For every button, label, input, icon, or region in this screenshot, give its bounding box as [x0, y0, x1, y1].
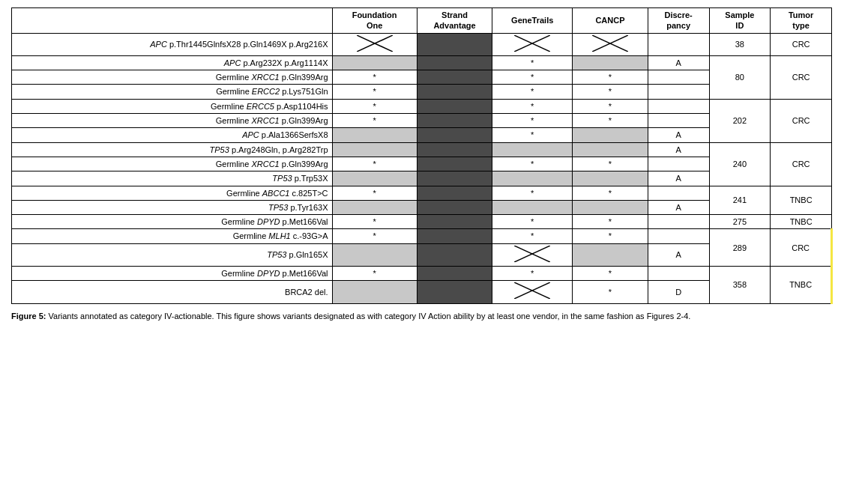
- sample-id-cell: 240: [709, 142, 771, 186]
- col-header-sample: SampleID: [709, 8, 771, 34]
- cancp-cell: *: [573, 70, 648, 85]
- discrepancy-cell: [648, 229, 709, 243]
- sa-cell: [417, 281, 492, 303]
- gt-cell: [492, 243, 573, 266]
- sa-cell: [417, 243, 492, 266]
- row-label: APC p.Ala1366SerfsX8: [12, 128, 333, 142]
- table-row: Germline ERCC5 p.Asp1104His***202CRC: [12, 99, 832, 113]
- gt-cell: *: [492, 128, 573, 142]
- gt-cell: *: [492, 114, 573, 128]
- table-row: TP53 p.Trp53XA: [12, 171, 832, 186]
- cancp-cell: *: [573, 99, 648, 113]
- col-header-disc: Discre-pancy: [648, 8, 709, 34]
- discrepancy-cell: A: [648, 200, 709, 214]
- sa-cell: [417, 200, 492, 214]
- fo-cell: *: [332, 215, 417, 229]
- table-row: Germline XRCC1 p.Gln399Arg***: [12, 70, 832, 85]
- row-label: Germline ERCC5 p.Asp1104His: [12, 99, 333, 113]
- col-header-sa: StrandAdvantage: [417, 8, 492, 34]
- fo-cell: [332, 243, 417, 266]
- tumor-type-cell: CRC: [771, 99, 832, 142]
- gt-cell: [492, 200, 573, 214]
- gt-cell: *: [492, 99, 573, 113]
- table-row: APC p.Thr1445GlnfsX28 p.Gln1469X p.Arg21…: [12, 33, 832, 55]
- row-label: Germline ABCC1 c.825T>C: [12, 186, 333, 200]
- discrepancy-cell: [648, 70, 709, 85]
- cancp-cell: [573, 171, 648, 186]
- sa-cell: [417, 85, 492, 99]
- fo-cell: [332, 171, 417, 186]
- row-label: APC p.Thr1445GlnfsX28 p.Gln1469X p.Arg21…: [12, 33, 333, 55]
- table-row: Germline DPYD p.Met166Val***358TNBC: [12, 267, 832, 281]
- table-row: Germline ERCC2 p.Lys751Gln***: [12, 85, 832, 99]
- sa-cell: [417, 114, 492, 128]
- discrepancy-cell: [648, 267, 709, 281]
- sample-id-cell: 358: [709, 267, 771, 304]
- gt-cell: *: [492, 85, 573, 99]
- table-row: APC p.Arg232X p.Arg1114X*A80CRC: [12, 55, 832, 70]
- tumor-type-cell: TNBC: [771, 267, 832, 304]
- table-container: FoundationOne StrandAdvantage GeneTrails…: [11, 7, 833, 304]
- sa-cell: [417, 128, 492, 142]
- gt-cell: *: [492, 55, 573, 70]
- row-label: Germline MLH1 c.-93G>A: [12, 229, 333, 243]
- gt-cell: [492, 281, 573, 303]
- col-header-cancp: CANCP: [573, 8, 648, 34]
- fo-cell: [332, 281, 417, 303]
- row-label: TP53 p.Gln165X: [12, 243, 333, 266]
- cancp-cell: [573, 33, 648, 55]
- col-header-tumor: Tumortype: [771, 8, 832, 34]
- cancp-cell: *: [573, 85, 648, 99]
- row-label: TP53 p.Trp53X: [12, 171, 333, 186]
- discrepancy-cell: A: [648, 171, 709, 186]
- discrepancy-cell: A: [648, 128, 709, 142]
- discrepancy-cell: D: [648, 281, 709, 303]
- sa-cell: [417, 229, 492, 243]
- sample-id-cell: 202: [709, 99, 771, 142]
- tumor-type-cell: TNBC: [771, 186, 832, 215]
- discrepancy-cell: [648, 99, 709, 113]
- tumor-type-cell: CRC: [771, 55, 832, 99]
- discrepancy-cell: A: [648, 243, 709, 266]
- row-label: TP53 p.Tyr163X: [12, 200, 333, 214]
- discrepancy-cell: [648, 33, 709, 55]
- fo-cell: *: [332, 229, 417, 243]
- sa-cell: [417, 157, 492, 171]
- sa-cell: [417, 215, 492, 229]
- fo-cell: *: [332, 85, 417, 99]
- main-table: FoundationOne StrandAdvantage GeneTrails…: [11, 7, 833, 304]
- sa-cell: [417, 186, 492, 200]
- cancp-cell: *: [573, 186, 648, 200]
- table-row: BRCA2 del. *D: [12, 281, 832, 303]
- discrepancy-cell: A: [648, 142, 709, 157]
- sample-id-cell: 38: [709, 33, 771, 55]
- discrepancy-cell: [648, 114, 709, 128]
- gt-cell: *: [492, 215, 573, 229]
- fo-cell: [332, 142, 417, 157]
- fo-cell: [332, 33, 417, 55]
- discrepancy-cell: [648, 215, 709, 229]
- sa-cell: [417, 142, 492, 157]
- fo-cell: [332, 128, 417, 142]
- cancp-cell: *: [573, 281, 648, 303]
- discrepancy-cell: [648, 186, 709, 200]
- gt-cell: [492, 33, 573, 55]
- gt-cell: *: [492, 186, 573, 200]
- cancp-cell: *: [573, 114, 648, 128]
- cancp-cell: *: [573, 267, 648, 281]
- col-header-gt: GeneTrails: [492, 8, 573, 34]
- discrepancy-cell: A: [648, 55, 709, 70]
- figure-caption: Figure 5: Variants annotated as category…: [11, 310, 761, 323]
- col-header-label: [12, 8, 333, 34]
- fo-cell: *: [332, 267, 417, 281]
- fo-cell: [332, 55, 417, 70]
- fo-cell: [332, 200, 417, 214]
- sa-cell: [417, 70, 492, 85]
- discrepancy-cell: [648, 85, 709, 99]
- table-row: Germline ABCC1 c.825T>C***241TNBC: [12, 186, 832, 200]
- table-row: TP53 p.Gln165X A: [12, 243, 832, 266]
- row-label: APC p.Arg232X p.Arg1114X: [12, 55, 333, 70]
- sample-id-cell: 80: [709, 55, 771, 99]
- cancp-cell: [573, 55, 648, 70]
- sa-cell: [417, 267, 492, 281]
